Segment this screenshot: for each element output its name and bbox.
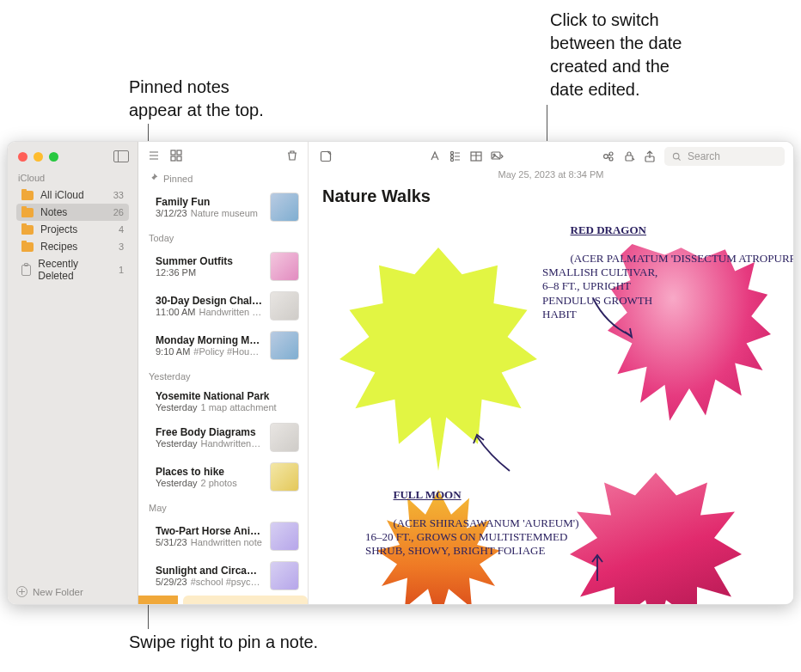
note-row[interactable]: Nature Walks5/25/23Handwritten note xyxy=(183,596,308,604)
annotation-red-dragon: RED DRAGON (ACER PALMATUM 'DISSECTUM ATR… xyxy=(542,210,793,335)
callout-swipe-text: Swipe right to pin a note. xyxy=(129,632,318,651)
arrow-icon xyxy=(580,550,615,584)
new-folder-button[interactable]: New Folder xyxy=(8,579,138,604)
notes-section-header: Today xyxy=(138,227,308,247)
notes-section-label: Today xyxy=(149,233,174,243)
annotation-full-moon-body: (ACER SHIRASAWANUM 'AUREUM') 16–20 FT., … xyxy=(365,516,579,558)
sketch-leaf-magenta xyxy=(570,473,742,604)
svg-rect-2 xyxy=(171,156,175,161)
close-window-button[interactable] xyxy=(18,152,28,162)
zoom-window-button[interactable] xyxy=(49,152,58,162)
note-row-sub: 5/29/23#school #psycholo… xyxy=(156,577,263,587)
share-icon[interactable] xyxy=(641,149,658,164)
svg-rect-14 xyxy=(626,156,633,161)
note-row[interactable]: Yosemite National ParkYesterday1 map att… xyxy=(138,385,308,418)
sidebar-item-recipes[interactable]: Recipes3 xyxy=(16,238,129,255)
folder-icon xyxy=(21,225,34,235)
note-row-sub: 9:10 AM#Policy #Housing… xyxy=(156,346,263,357)
note-row[interactable]: 30-Day Design Challen…11:00 AMHandwritte… xyxy=(138,286,308,326)
sidebar-item-count: 3 xyxy=(119,241,124,252)
swipe-pin-row[interactable]: Nature Walks5/25/23Handwritten note xyxy=(138,596,308,604)
delete-note-icon[interactable] xyxy=(284,148,301,163)
folder-icon xyxy=(21,242,34,252)
sidebar-item-label: Recently Deleted xyxy=(38,258,112,282)
search-field[interactable]: Search xyxy=(664,147,785,166)
note-row-title: Sunlight and Circadian… xyxy=(156,565,263,577)
svg-point-11 xyxy=(604,155,608,159)
note-row-title: Summer Outfits xyxy=(156,255,263,267)
media-icon[interactable] xyxy=(488,149,505,164)
swipe-pin-action[interactable] xyxy=(138,596,178,604)
new-folder-label: New Folder xyxy=(33,587,83,597)
sidebar-item-all-icloud[interactable]: All iCloud33 xyxy=(16,186,129,204)
pin-icon xyxy=(149,173,158,184)
callout-date: Click to switch between the date created… xyxy=(550,9,756,101)
note-row-title: Free Body Diagrams xyxy=(156,426,263,438)
note-thumbnail xyxy=(270,462,299,492)
window-controls xyxy=(8,142,138,169)
sidebar-item-count: 4 xyxy=(119,224,124,235)
note-date-toggle[interactable]: May 25, 2023 at 8:34 PM xyxy=(309,168,793,185)
notes-section-header: Pinned xyxy=(138,167,308,187)
note-row[interactable]: Monday Morning Meeting9:10 AM#Policy #Ho… xyxy=(138,326,308,365)
note-title: Nature Walks xyxy=(322,185,780,206)
callout-pinned-text: Pinned notes appear at the top. xyxy=(129,77,264,119)
sidebar-item-count: 1 xyxy=(119,265,124,275)
note-row[interactable]: Sunlight and Circadian…5/29/23#school #p… xyxy=(138,556,308,596)
sidebar-item-recently-deleted[interactable]: Recently Deleted1 xyxy=(16,255,129,284)
plus-icon xyxy=(16,586,28,597)
note-row[interactable]: Two-Part Horse Anima…5/31/23Handwritten … xyxy=(138,516,308,556)
editor-toolbar: Search xyxy=(309,142,793,168)
search-placeholder: Search xyxy=(688,150,720,162)
note-row-sub: 12:36 PM xyxy=(156,267,263,278)
callout-pinned: Pinned notes appear at the top. xyxy=(129,76,318,122)
annotation-red-dragon-head: RED DRAGON xyxy=(571,223,646,236)
notes-section-header: Yesterday xyxy=(138,365,308,385)
notes-section-label: Pinned xyxy=(163,174,193,184)
sidebar-item-label: Projects xyxy=(40,223,77,235)
lock-icon[interactable] xyxy=(621,149,638,164)
svg-point-5 xyxy=(450,151,453,154)
sidebar: iCloud All iCloud33Notes26Projects4Recip… xyxy=(8,142,138,604)
svg-point-13 xyxy=(609,157,613,161)
note-thumbnail xyxy=(270,561,299,590)
notes-section-label: May xyxy=(149,503,167,513)
sidebar-item-projects[interactable]: Projects4 xyxy=(16,221,129,238)
annotation-full-moon: FULL MOON (ACER SHIRASAWANUM 'AUREUM') 1… xyxy=(365,474,579,572)
sidebar-item-label: All iCloud xyxy=(40,189,84,201)
gallery-view-icon[interactable] xyxy=(168,148,185,163)
list-view-icon[interactable] xyxy=(145,148,162,163)
notes-list-pane: PinnedFamily Fun3/12/23Nature museumToda… xyxy=(138,142,309,604)
note-editor-pane: Search May 25, 2023 at 8:34 PM Nature Wa… xyxy=(309,142,793,604)
note-row[interactable]: Places to hikeYesterday2 photos xyxy=(138,457,308,497)
note-row-title: Two-Part Horse Anima… xyxy=(156,525,263,537)
note-thumbnail xyxy=(270,291,299,321)
link-note-icon[interactable] xyxy=(600,149,617,164)
note-body[interactable]: Nature Walks RED DRAGON (ACER PALMATUM '… xyxy=(309,185,793,604)
folder-icon xyxy=(21,208,34,217)
sidebar-item-label: Notes xyxy=(40,206,67,218)
note-row-title: Yosemite National Park xyxy=(156,390,299,402)
arrow-icon xyxy=(589,294,640,345)
new-note-icon[interactable] xyxy=(317,149,334,164)
note-row[interactable]: Family Fun3/12/23Nature museum xyxy=(138,187,308,227)
checklist-icon[interactable] xyxy=(447,149,464,164)
notes-section-header: May xyxy=(138,497,308,516)
sidebar-item-count: 26 xyxy=(113,207,124,217)
text-format-icon[interactable] xyxy=(426,149,443,164)
note-row[interactable]: Free Body DiagramsYesterdayHandwritten n… xyxy=(138,418,308,457)
svg-point-6 xyxy=(450,155,453,157)
sidebar-toggle-icon[interactable] xyxy=(113,150,129,162)
note-row-sub: YesterdayHandwritten note xyxy=(156,438,263,449)
arrow-icon xyxy=(468,430,520,481)
table-icon[interactable] xyxy=(468,149,485,164)
note-thumbnail xyxy=(270,423,299,452)
minimize-window-button[interactable] xyxy=(34,152,43,162)
note-row-title: 30-Day Design Challen… xyxy=(156,295,263,307)
sidebar-item-notes[interactable]: Notes26 xyxy=(16,204,129,221)
callout-date-text: Click to switch between the date created… xyxy=(550,10,682,99)
note-row[interactable]: Summer Outfits12:36 PM xyxy=(138,247,308,286)
svg-point-7 xyxy=(450,158,453,161)
annotation-red-dragon-body: (ACER PALMATUM 'DISSECTUM ATROPURPUREUM'… xyxy=(542,252,793,321)
note-sketch-area: RED DRAGON (ACER PALMATUM 'DISSECTUM ATR… xyxy=(322,206,780,576)
